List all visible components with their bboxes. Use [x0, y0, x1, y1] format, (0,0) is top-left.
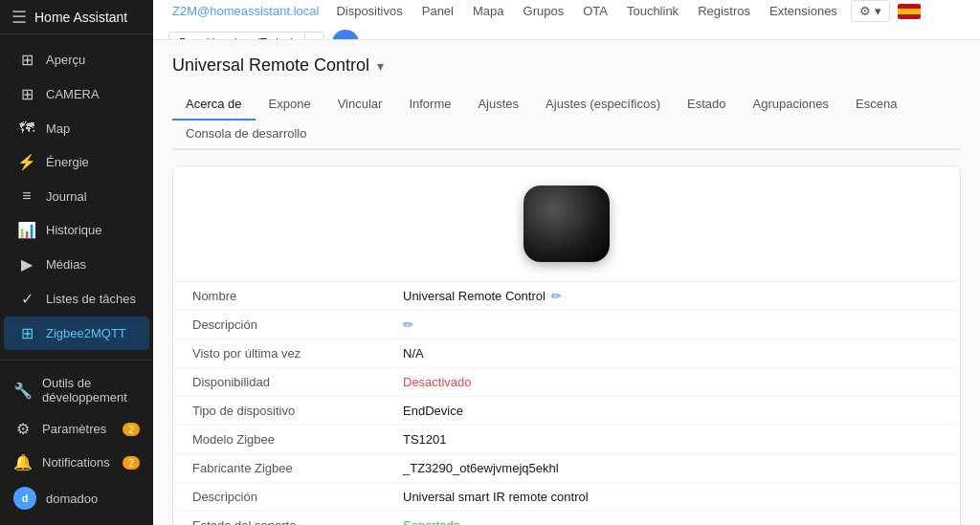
sidebar-item-historique[interactable]: 📊 Historique: [4, 213, 149, 247]
sidebar-item-label: Zigbee2MQTT: [46, 326, 126, 340]
gear-chevron-icon: ▾: [875, 4, 881, 18]
field-label: Fabricante Zigbee: [192, 461, 403, 475]
table-row: Fabricante Zigbee _TZ3290_ot6ewjvmejq5ek…: [173, 454, 960, 483]
permit-join-button[interactable]: Permitir unirse (Todos): [168, 32, 304, 40]
device-title-row: Universal Remote Control ▾: [172, 55, 961, 76]
nav-extensiones[interactable]: Extensiones: [764, 2, 843, 20]
sidebar-item-medias[interactable]: ▶ Médias: [4, 248, 149, 281]
tab-acerca[interactable]: Acerca de: [172, 89, 256, 120]
device-image: [523, 186, 610, 262]
field-value-descripcion-edit: ✏: [403, 317, 413, 332]
sidebar-item-listes[interactable]: ✓ Listes de tâches: [4, 282, 149, 316]
tab-ajustes[interactable]: Ajustes: [464, 89, 532, 120]
table-row: Estado del soporte Soportado: [173, 512, 960, 525]
sidebar-item-label: Historique: [46, 223, 102, 237]
nav-grupos[interactable]: Grupos: [518, 2, 570, 20]
sidebar-item-energie[interactable]: ⚡ Énergie: [4, 145, 149, 179]
nav-dispositivos[interactable]: Dispositivos: [330, 2, 408, 20]
sidebar-nav: ⊞ Aperçu ⊞ CAMERA 🗺 Map ⚡ Énergie ≡ Jour…: [0, 34, 153, 360]
title-chevron-icon[interactable]: ▾: [377, 58, 384, 74]
outils-icon: 🔧: [13, 382, 33, 400]
sidebar-item-journal[interactable]: ≡ Journal: [4, 180, 149, 212]
device-info-table: Nombre Universal Remote Control ✏ Descri…: [173, 281, 960, 525]
nav-gear-button[interactable]: ⚙ ▾: [851, 0, 890, 22]
tab-vincular[interactable]: Vincular: [324, 89, 396, 120]
tab-consola[interactable]: Consola de desarrollo: [172, 119, 320, 150]
sidebar-item-parametres[interactable]: ⚙ Paramètres 2: [0, 412, 153, 446]
table-row: Tipo de dispositivo EndDevice: [173, 397, 960, 426]
journal-icon: ≡: [17, 187, 36, 205]
edit-descripcion-icon[interactable]: ✏: [403, 317, 413, 332]
sidebar-item-label: Énergie: [46, 155, 89, 169]
sidebar-item-label: Notifications: [42, 455, 110, 470]
table-row: Disponibilidad Desactivado: [173, 368, 960, 397]
sidebar-bottom: 🔧 Outils de développement ⚙ Paramètres 2…: [0, 360, 153, 525]
parametres-icon: ⚙: [13, 420, 33, 438]
table-row: Nombre Universal Remote Control ✏: [173, 282, 960, 311]
sidebar-item-map[interactable]: 🗺 Map: [4, 112, 149, 144]
field-label: Disponibilidad: [192, 375, 403, 389]
device-panel: Nombre Universal Remote Control ✏ Descri…: [172, 165, 961, 525]
menu-icon[interactable]: ☰: [11, 7, 27, 28]
field-label: Visto por última vez: [192, 346, 403, 361]
table-row: Descripción Universal smart IR remote co…: [173, 483, 960, 512]
content-area: Universal Remote Control ▾ Acerca de Exp…: [153, 40, 980, 525]
field-label: Descripción: [192, 490, 403, 504]
sidebar-item-label: Paramètres: [42, 422, 106, 436]
sidebar-item-label: Outils de développement: [42, 376, 140, 405]
field-value-nombre: Universal Remote Control ✏: [403, 289, 562, 303]
zigbee-icon: ⊞: [17, 324, 36, 342]
tab-expone[interactable]: Expone: [256, 89, 324, 120]
device-page-title: Universal Remote Control: [172, 55, 369, 76]
parametres-badge: 2: [122, 423, 140, 436]
sidebar-item-outils[interactable]: 🔧 Outils de développement: [0, 368, 153, 412]
sidebar-item-zigbee2mqtt[interactable]: ⊞ Zigbee2MQTT: [4, 317, 149, 350]
sidebar-item-label: Aperçu: [46, 53, 85, 67]
app-title: Home Assistant: [34, 10, 127, 25]
nav-email-link[interactable]: Z2M@homeassistant.local: [168, 2, 323, 20]
sidebar-item-user[interactable]: d domadoo: [0, 479, 153, 517]
gear-icon: ⚙: [859, 4, 871, 18]
tab-escena[interactable]: Escena: [842, 89, 910, 120]
nav-touchlink[interactable]: Touchlink: [621, 2, 684, 20]
field-value-visto: N/A: [403, 346, 424, 361]
flag-icon: [898, 4, 921, 19]
sidebar-item-notifications[interactable]: 🔔 Notifications 2: [0, 446, 153, 479]
nav-registros[interactable]: Registros: [692, 2, 756, 20]
permit-dot-button[interactable]: ●: [332, 30, 359, 40]
nav-ota[interactable]: OTA: [577, 2, 613, 20]
tab-informe[interactable]: Informe: [395, 89, 464, 120]
field-label: Descripción: [192, 317, 403, 332]
table-row: Modelo Zigbee TS1201: [173, 426, 960, 454]
field-label: Estado del soporte: [192, 518, 403, 525]
tab-agrupaciones[interactable]: Agrupaciones: [740, 89, 843, 120]
nav-mapa[interactable]: Mapa: [467, 2, 510, 20]
sidebar-item-apercu[interactable]: ⊞ Aperçu: [4, 43, 149, 77]
listes-icon: ✓: [17, 290, 36, 308]
notifications-icon: 🔔: [13, 453, 33, 471]
field-label: Nombre: [192, 289, 403, 303]
sidebar-item-label: Journal: [46, 189, 87, 204]
notifications-badge: 2: [122, 456, 140, 470]
nav-panel[interactable]: Panel: [416, 2, 459, 20]
historique-icon: 📊: [17, 221, 36, 239]
field-value-soporte: Soportado: [403, 518, 460, 525]
medias-icon: ▶: [17, 255, 36, 273]
sidebar-item-camera[interactable]: ⊞ CAMERA: [4, 77, 149, 111]
edit-nombre-icon[interactable]: ✏: [551, 289, 562, 303]
permit-join-control: Permitir unirse (Todos) ▾: [168, 32, 324, 41]
field-value-tipo: EndDevice: [403, 404, 463, 418]
energie-icon: ⚡: [17, 153, 36, 171]
sidebar-header: ☰ Home Assistant: [0, 0, 153, 34]
sidebar-item-label: CAMERA: [46, 87, 100, 101]
tab-estado[interactable]: Estado: [674, 89, 739, 120]
sidebar-item-label: Médias: [46, 257, 86, 272]
camera-icon: ⊞: [17, 85, 36, 103]
field-label: Tipo de dispositivo: [192, 404, 403, 418]
field-value-disponibilidad: Desactivado: [403, 375, 472, 389]
user-label: domadoo: [46, 492, 98, 506]
field-label: Modelo Zigbee: [192, 432, 403, 447]
permit-chevron-button[interactable]: ▾: [304, 32, 324, 41]
tab-ajustes-especificos[interactable]: Ajustes (específicos): [532, 89, 674, 120]
apercu-icon: ⊞: [17, 51, 36, 69]
